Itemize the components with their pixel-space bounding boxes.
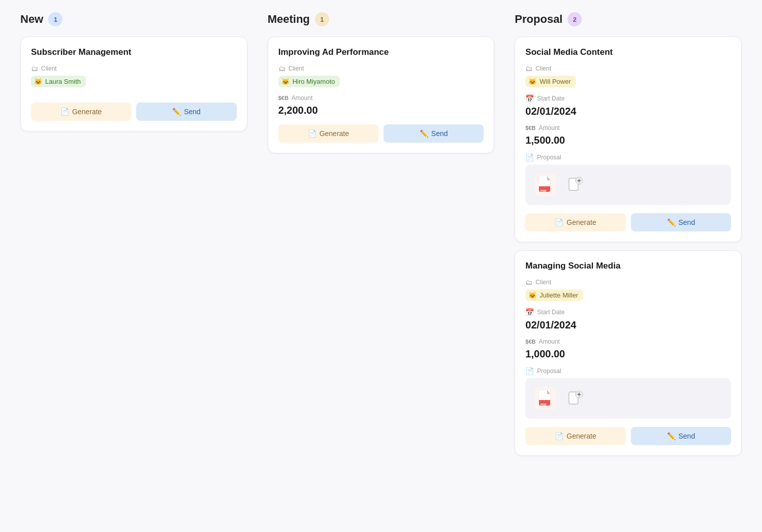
avatar-emoji-managing-social-media: 🐱 xyxy=(528,291,536,299)
amount-label-social-media-content: $€B Amount xyxy=(525,124,731,131)
send-icon: ✏️ xyxy=(667,432,676,440)
card-improving-ad-performance: Improving Ad Performance🗂 Client🐱Hiro Mi… xyxy=(268,37,495,153)
column-header-new: New1 xyxy=(20,12,247,26)
avatar-emoji-improving-ad-performance: 🐱 xyxy=(281,78,290,85)
column-new: New1Subscriber Management🗂 Client🐱Laura … xyxy=(10,12,258,140)
amount-value-managing-social-media: 1,000.00 xyxy=(525,348,731,360)
card-actions-subscriber-management: 📄 Generate✏️ Send xyxy=(31,103,237,121)
client-chip-social-media-content: 🐱Will Power xyxy=(525,76,576,87)
calendar-icon: 📅 xyxy=(525,308,534,316)
amount-label-improving-ad-performance: $€B Amount xyxy=(278,94,484,102)
send-icon: ✏️ xyxy=(667,218,676,226)
column-badge-proposal: 2 xyxy=(567,12,582,26)
client-chip-improving-ad-performance: 🐱Hiro Miyamoto xyxy=(278,76,340,87)
client-chip-subscriber-management: 🐱Laura Smith xyxy=(31,76,86,87)
pdf-icon[interactable]: PDF xyxy=(533,386,558,411)
client-label-subscriber-management: 🗂 Client xyxy=(31,64,237,73)
card-title-improving-ad-performance: Improving Ad Performance xyxy=(278,47,484,57)
card-actions-managing-social-media: 📄 Generate✏️ Send xyxy=(525,427,731,445)
svg-text:PDF: PDF xyxy=(541,403,547,406)
client-icon: 🗂 xyxy=(278,64,285,73)
client-chip-managing-social-media: 🐱Juliette Miller xyxy=(525,289,583,301)
client-name-social-media-content: Will Power xyxy=(539,78,570,85)
send-icon: ✏️ xyxy=(420,129,428,138)
kanban-board: New1Subscriber Management🗂 Client🐱Laura … xyxy=(0,0,762,476)
send-button-social-media-content[interactable]: ✏️ Send xyxy=(631,213,731,231)
proposal-label-managing-social-media: 📄 Proposal xyxy=(525,367,731,375)
proposal-area-managing-social-media: PDF xyxy=(525,378,731,419)
card-title-subscriber-management: Subscriber Management xyxy=(31,47,237,57)
proposal-area-social-media-content: PDF xyxy=(525,164,731,205)
client-label-managing-social-media: 🗂 Client xyxy=(525,278,731,286)
svg-text:PDF: PDF xyxy=(541,189,547,192)
column-title-proposal: Proposal xyxy=(515,13,562,26)
proposal-label-social-media-content: 📄 Proposal xyxy=(525,153,731,161)
send-button-improving-ad-performance[interactable]: ✏️ Send xyxy=(384,124,484,143)
client-icon: 🗂 xyxy=(31,64,38,73)
column-header-meeting: Meeting1 xyxy=(268,12,495,26)
file-icon: 📄 xyxy=(525,367,534,375)
calendar-icon: 📅 xyxy=(525,94,534,103)
card-subscriber-management: Subscriber Management🗂 Client🐱Laura Smit… xyxy=(20,37,247,131)
send-icon: ✏️ xyxy=(172,108,181,116)
generate-icon: 📄 xyxy=(555,218,563,226)
amount-value-social-media-content: 1,500.00 xyxy=(525,135,731,146)
card-title-managing-social-media: Managing Social Media xyxy=(525,261,731,271)
currency-icon: $€B xyxy=(525,339,535,345)
start-date-value-managing-social-media: 02/01/2024 xyxy=(525,319,731,331)
client-icon: 🗂 xyxy=(525,278,532,286)
avatar-emoji-social-media-content: 🐱 xyxy=(528,78,536,85)
file-icon: 📄 xyxy=(525,153,534,161)
start-date-label-managing-social-media: 📅 Start Date xyxy=(525,308,731,316)
start-date-label-social-media-content: 📅 Start Date xyxy=(525,94,731,103)
column-header-proposal: Proposal2 xyxy=(515,12,742,26)
generate-button-managing-social-media[interactable]: 📄 Generate xyxy=(525,427,625,445)
generate-icon: 📄 xyxy=(308,129,316,138)
generate-button-social-media-content[interactable]: 📄 Generate xyxy=(525,213,625,231)
card-title-social-media-content: Social Media Content xyxy=(525,47,731,57)
column-badge-new: 1 xyxy=(48,12,62,26)
amount-label-managing-social-media: $€B Amount xyxy=(525,338,731,345)
card-social-media-content: Social Media Content🗂 Client🐱Will Power📅… xyxy=(515,37,742,242)
send-button-managing-social-media[interactable]: ✏️ Send xyxy=(631,427,731,445)
generate-icon: 📄 xyxy=(555,432,563,440)
card-actions-social-media-content: 📄 Generate✏️ Send xyxy=(525,213,731,231)
client-name-managing-social-media: Juliette Miller xyxy=(539,291,578,299)
column-title-meeting: Meeting xyxy=(268,13,310,26)
column-proposal: Proposal2Social Media Content🗂 Client🐱Wi… xyxy=(504,12,752,464)
generate-button-subscriber-management[interactable]: 📄 Generate xyxy=(31,103,131,121)
currency-icon: $€B xyxy=(278,95,289,101)
pdf-icon[interactable]: PDF xyxy=(533,173,558,197)
column-badge-meeting: 1 xyxy=(315,12,329,26)
avatar-emoji-subscriber-management: 🐱 xyxy=(34,78,42,85)
amount-value-improving-ad-performance: 2,200.00 xyxy=(278,105,484,116)
currency-icon: $€B xyxy=(525,125,535,131)
client-label-improving-ad-performance: 🗂 Client xyxy=(278,64,484,73)
column-title-new: New xyxy=(20,13,43,26)
send-button-subscriber-management[interactable]: ✏️ Send xyxy=(136,103,236,121)
add-document-icon[interactable] xyxy=(566,176,584,194)
generate-button-improving-ad-performance[interactable]: 📄 Generate xyxy=(278,124,378,143)
card-managing-social-media: Managing Social Media🗂 Client🐱Juliette M… xyxy=(515,250,742,456)
column-meeting: Meeting1Improving Ad Performance🗂 Client… xyxy=(258,12,505,161)
client-label-social-media-content: 🗂 Client xyxy=(525,64,731,73)
start-date-value-social-media-content: 02/01/2024 xyxy=(525,106,731,117)
client-icon: 🗂 xyxy=(525,64,532,73)
add-document-icon[interactable] xyxy=(566,389,584,408)
client-name-improving-ad-performance: Hiro Miyamoto xyxy=(293,78,335,85)
generate-icon: 📄 xyxy=(60,108,69,116)
client-name-subscriber-management: Laura Smith xyxy=(45,78,81,85)
card-actions-improving-ad-performance: 📄 Generate✏️ Send xyxy=(278,124,484,143)
